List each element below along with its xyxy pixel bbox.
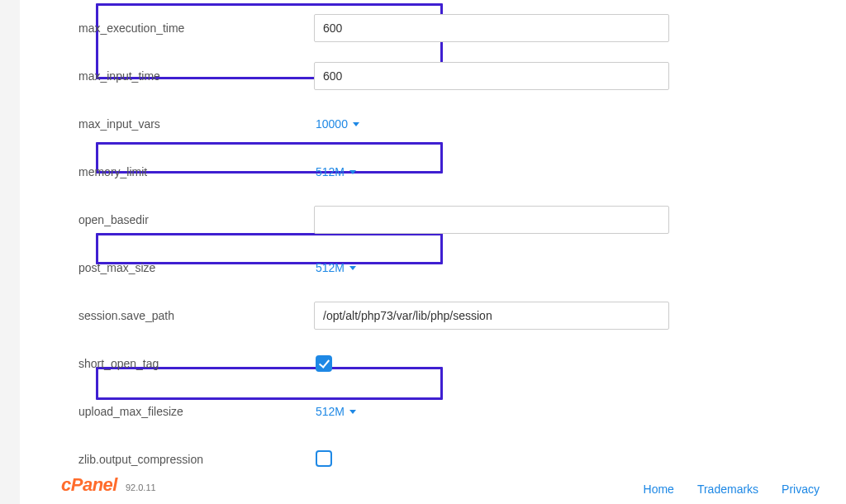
caret-down-icon xyxy=(353,122,359,126)
footer-link-privacy[interactable]: Privacy xyxy=(782,483,820,496)
caret-down-icon xyxy=(349,266,356,270)
setting-row-max-input-vars: max_input_vars 10000 xyxy=(25,109,838,139)
post-max-size-dropdown[interactable]: 512M xyxy=(314,261,356,274)
cpanel-logo: cPanel xyxy=(61,474,117,496)
setting-label: zlib.output_compression xyxy=(25,453,314,466)
setting-label: max_input_vars xyxy=(25,117,314,131)
max-input-time-input[interactable] xyxy=(314,62,669,90)
setting-row-memory-limit: memory_limit 512M xyxy=(25,157,838,187)
memory-limit-dropdown[interactable]: 512M xyxy=(314,165,356,178)
setting-label: session.save_path xyxy=(25,309,314,322)
dropdown-value: 512M xyxy=(316,165,345,178)
setting-row-open-basedir: open_basedir xyxy=(25,205,838,235)
dropdown-value: 10000 xyxy=(316,117,348,131)
setting-row-short-open-tag: short_open_tag xyxy=(25,349,838,378)
setting-row-upload-max-filesize: upload_max_filesize 512M xyxy=(25,397,838,426)
cpanel-version: 92.0.11 xyxy=(126,483,156,492)
session-save-path-input[interactable] xyxy=(314,302,669,330)
setting-label: max_execution_time xyxy=(25,21,314,35)
setting-label: upload_max_filesize xyxy=(25,405,314,418)
dropdown-value: 512M xyxy=(316,405,345,418)
setting-row-session-save-path: session.save_path xyxy=(25,301,838,330)
dropdown-value: 512M xyxy=(316,261,345,274)
caret-down-icon xyxy=(349,170,356,174)
sidebar-strip xyxy=(0,0,20,504)
setting-label: max_input_time xyxy=(25,69,314,83)
footer-links: Home Trademarks Privacy xyxy=(644,483,820,496)
upload-max-filesize-dropdown[interactable]: 512M xyxy=(314,405,356,418)
short-open-tag-checkbox[interactable] xyxy=(316,355,332,372)
footer-link-home[interactable]: Home xyxy=(644,483,674,496)
setting-row-max-execution-time: max_execution_time xyxy=(25,13,838,43)
setting-label: post_max_size xyxy=(25,261,314,274)
setting-row-max-input-time: max_input_time xyxy=(25,61,838,91)
footer: cPanel 92.0.11 Home Trademarks Privacy xyxy=(25,474,829,496)
max-execution-time-input[interactable] xyxy=(314,14,669,42)
logo-wrap: cPanel 92.0.11 xyxy=(61,474,156,496)
setting-row-zlib-output-compression: zlib.output_compression xyxy=(25,445,838,474)
setting-label: short_open_tag xyxy=(25,357,314,370)
setting-label: open_basedir xyxy=(25,213,314,226)
max-input-vars-dropdown[interactable]: 10000 xyxy=(314,117,359,131)
caret-down-icon xyxy=(349,410,356,414)
setting-row-post-max-size: post_max_size 512M xyxy=(25,253,838,283)
setting-label: memory_limit xyxy=(25,165,314,178)
zlib-output-compression-checkbox[interactable] xyxy=(316,450,332,467)
php-options-form: max_execution_time max_input_time max_in… xyxy=(25,0,838,450)
footer-link-trademarks[interactable]: Trademarks xyxy=(697,483,758,496)
open-basedir-input[interactable] xyxy=(314,206,669,234)
